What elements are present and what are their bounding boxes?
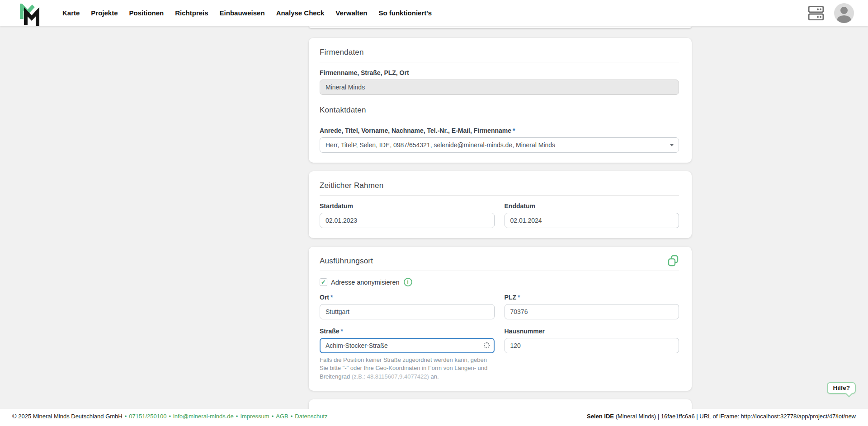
startdatum-input[interactable]	[320, 213, 495, 228]
brand-logo[interactable]	[19, 4, 40, 26]
firmendaten-card: Firmendaten Firmenname, Straße, PLZ, Ort…	[309, 38, 692, 163]
footer: © 2025 Mineral Minds Deutschland GmbH•07…	[0, 409, 868, 426]
checkmark-icon: ✓	[321, 279, 326, 285]
hausnummer-label: Hausnummer	[505, 328, 679, 335]
nav-item-positionen[interactable]: Positionen	[129, 9, 164, 17]
divider	[320, 120, 679, 120]
company-field-label: Firmenname, Straße, PLZ, Ort	[320, 69, 679, 76]
required-marker: *	[513, 127, 515, 134]
footer-link-agb[interactable]: AGB	[276, 413, 288, 420]
section-title-zeitraum: Zeitlicher Rahmen	[320, 181, 679, 190]
section-title-ausfuehrungsort: Ausführungsort	[320, 257, 373, 266]
strasse-helper-text: Falls die Position keiner Straße zugeord…	[320, 356, 495, 381]
help-button[interactable]: Hilfe?	[827, 382, 856, 394]
chevron-down-icon	[670, 144, 674, 146]
plz-label: PLZ*	[505, 294, 679, 301]
main-nav: Karte Projekte Positionen Richtpreis Ein…	[62, 9, 432, 17]
footer-legal: © 2025 Mineral Minds Deutschland GmbH•07…	[12, 413, 328, 420]
top-nav: Karte Projekte Positionen Richtpreis Ein…	[0, 0, 868, 26]
copy-icon[interactable]	[667, 255, 679, 267]
footer-link-datenschutz[interactable]: Datenschutz	[295, 413, 327, 420]
ausfuehrungsort-card: Ausführungsort ✓ Adresse anonymisieren i…	[309, 247, 692, 391]
iframe-url-text: (Mineral Minds) | 16fae1ffc6a6 | URL of …	[614, 413, 856, 420]
info-icon[interactable]: i	[404, 278, 412, 286]
plz-input[interactable]	[505, 304, 679, 319]
footer-link-impressum[interactable]: Impressum	[240, 413, 269, 420]
previous-card-edge	[309, 26, 692, 28]
hausnummer-input[interactable]	[505, 338, 679, 353]
nav-item-so-funktionierts[interactable]: So funktioniert's	[378, 9, 432, 17]
zeitraum-card: Zeitlicher Rahmen Startdatum Enddatum	[309, 171, 692, 238]
required-marker: *	[341, 328, 343, 335]
divider	[320, 62, 679, 62]
company-input	[320, 80, 679, 95]
avatar-person-icon	[840, 7, 848, 14]
nav-item-einbauweisen[interactable]: Einbauweisen	[220, 9, 265, 17]
loading-spinner-icon	[484, 342, 490, 348]
footer-link-phone[interactable]: 07151/250100	[129, 413, 166, 420]
nav-item-projekte[interactable]: Projekte	[91, 9, 118, 17]
enddatum-label: Enddatum	[505, 202, 679, 210]
divider	[320, 195, 679, 196]
section-title-firmendaten: Firmendaten	[320, 48, 679, 57]
required-marker: *	[518, 294, 520, 301]
ort-label: Ort*	[320, 294, 495, 301]
nav-item-richtpreis[interactable]: Richtpreis	[175, 9, 208, 17]
strasse-input[interactable]	[320, 338, 495, 353]
contact-field-label: Anrede, Titel, Vorname, Nachname, Tel.-N…	[320, 127, 679, 134]
strasse-label: Straße*	[320, 328, 495, 335]
server-icon[interactable]	[808, 6, 824, 20]
anonymize-checkbox[interactable]: ✓	[320, 278, 327, 286]
anonymize-label: Adresse anonymisieren	[331, 279, 400, 286]
nav-item-verwalten[interactable]: Verwalten	[335, 9, 367, 17]
header-actions	[808, 3, 854, 23]
section-title-kontaktdaten: Kontaktdaten	[320, 106, 679, 115]
ide-name: Selen IDE	[587, 413, 614, 420]
user-avatar[interactable]	[834, 3, 854, 23]
footer-debug-info: Selen IDE (Mineral Minds) | 16fae1ffc6a6…	[587, 413, 856, 420]
required-marker: *	[330, 294, 333, 301]
contact-select-value: Herr, TitelP, Selen, IDE, 0987/654321, s…	[326, 141, 555, 149]
mineral-minds-logo-icon	[19, 4, 40, 26]
form-column: Firmendaten Firmenname, Straße, PLZ, Ort…	[309, 26, 692, 412]
startdatum-label: Startdatum	[320, 202, 495, 210]
enddatum-input[interactable]	[505, 213, 679, 228]
divider	[320, 271, 679, 271]
ort-input[interactable]	[320, 304, 495, 319]
footer-link-email[interactable]: info@mineral-minds.de	[173, 413, 234, 420]
copyright-text: © 2025 Mineral Minds Deutschland GmbH	[12, 413, 123, 420]
contact-select[interactable]: Herr, TitelP, Selen, IDE, 0987/654321, s…	[320, 137, 679, 153]
nav-item-karte[interactable]: Karte	[62, 9, 80, 17]
nav-item-analyse-check[interactable]: Analyse Check	[276, 9, 325, 17]
